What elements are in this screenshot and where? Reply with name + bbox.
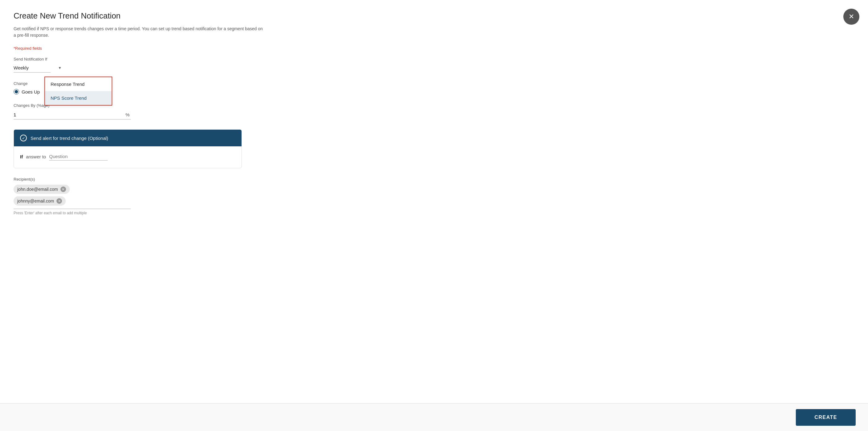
email-tag-remove-1[interactable]: ✕ [57, 198, 62, 204]
press-enter-hint: Press 'Enter' after each email to add mu… [13, 211, 264, 215]
alert-header: ✓ Send alert for trend change (Optional) [14, 130, 242, 146]
email-tags-container: john.doe@email.com ✕ johnny@email.com ✕ [13, 184, 131, 209]
trend-type-dropdown: Response Trend NPS Score Trend [44, 77, 112, 106]
alert-check-icon: ✓ [20, 135, 27, 141]
question-input[interactable] [49, 152, 107, 161]
recipients-label: Recipient(s) [13, 177, 264, 181]
required-fields-label: *Required fields [13, 46, 264, 51]
goes-up-radio[interactable] [13, 89, 19, 94]
alert-header-text: Send alert for trend change (Optional) [31, 136, 108, 141]
dropdown-item-nps-score-trend[interactable]: NPS Score Trend [45, 91, 112, 105]
email-tag-remove-0[interactable]: ✕ [60, 186, 66, 192]
page-title: Create New Trend Notification [13, 11, 264, 21]
percent-suffix: % [124, 110, 131, 119]
answer-to-label: answer to [26, 154, 46, 159]
email-tag-text-0: john.doe@email.com [17, 187, 58, 192]
send-notification-select[interactable]: Weekly Daily Monthly [13, 63, 51, 73]
check-symbol: ✓ [22, 136, 25, 141]
send-notification-select-wrapper: Weekly Daily Monthly ▼ [13, 63, 63, 73]
send-notification-label: Send Notification If [13, 57, 63, 61]
alert-section: ✓ Send alert for trend change (Optional)… [13, 130, 242, 168]
footer-bar: CREATE [0, 403, 868, 431]
page-description: Get notified if NPS or response trends c… [13, 26, 264, 38]
email-tag-1: johnny@email.com ✕ [13, 196, 66, 206]
changes-by-input[interactable] [13, 110, 124, 119]
close-icon: ✕ [848, 13, 854, 21]
close-button[interactable]: ✕ [843, 9, 859, 25]
alert-body: If answer to [14, 146, 242, 168]
goes-up-label: Goes Up [22, 89, 40, 94]
create-button[interactable]: CREATE [796, 409, 856, 426]
select-arrow-icon: ▼ [58, 66, 62, 70]
email-tag-0: john.doe@email.com ✕ [13, 184, 70, 194]
goes-up-option[interactable]: Goes Up [13, 89, 40, 94]
dropdown-item-response-trend[interactable]: Response Trend [45, 77, 112, 91]
if-label: If [20, 154, 23, 159]
email-tag-text-1: johnny@email.com [17, 199, 54, 203]
changes-by-field-wrapper: % [13, 110, 131, 119]
